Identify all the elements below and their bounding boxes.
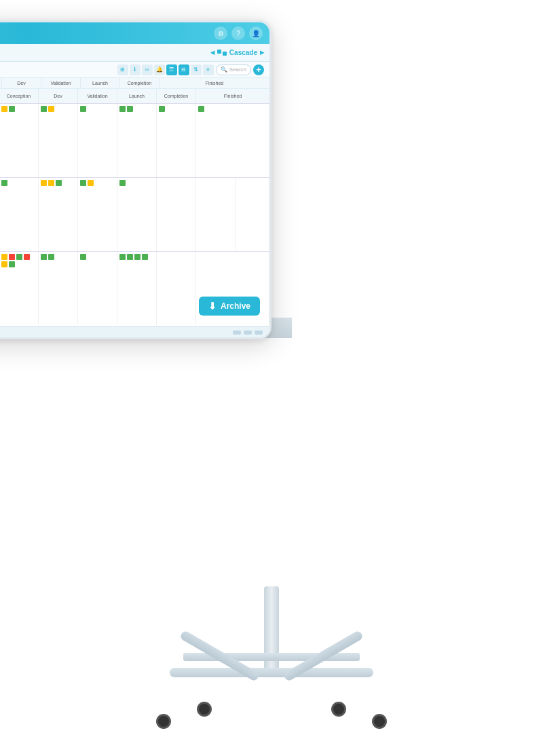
grid-header-validation: Validation [78,89,117,103]
ctrl-dot-3 [255,330,263,335]
view-list-icon[interactable]: ☰ [166,64,177,75]
cell-g1-validation [78,104,117,177]
archive-icon: ⬇ [208,301,217,311]
ticket [41,180,47,186]
wheel-front-right [372,714,387,729]
ticket [159,106,165,112]
view-grid-icon[interactable]: ⊟ [179,64,189,75]
ticket [48,254,54,260]
col-validation: Validation [41,78,81,88]
ticket [56,180,62,186]
board-main: Process Board Back Log ▸ Product Groups … [0,89,269,325]
ticket [41,254,47,260]
ticket [127,254,133,260]
board-grid-area: Product Groups Initiation Definition Con… [0,89,269,325]
ticket [48,180,54,186]
ticket [1,180,7,186]
cell-g1-conception [0,104,39,177]
ticket [134,254,141,260]
toolbar-icons-group: ⊞ ℹ ∞ 🔔 ☰ ⊟ ⇅ ≡ [117,64,214,75]
columns-header: Definition Conception Dev Validation Lau… [0,78,269,89]
grid-header-dev: Dev [39,89,78,103]
bell-icon[interactable]: 🔔 [154,64,165,75]
cell-g1-finished [196,104,269,177]
grid-row-1 [0,104,269,178]
col-launch: Launch [81,78,120,88]
ticket [9,254,15,260]
filter-icon[interactable]: ⇅ [191,64,202,75]
monitor-bottom-bar: valueStreamer [0,326,269,337]
ticket [119,106,126,112]
search-box[interactable]: 🔍 Search [216,64,251,75]
cell-g2-definition [0,178,39,251]
cell-g3-validation [78,252,117,325]
ticket [80,106,86,112]
stage-header: Product Groups Initiation Definition Con… [0,89,269,104]
gear-icon[interactable]: ⚙ [214,26,227,40]
grid-header-finished: Finished [196,89,269,103]
cell-g1-launch [117,104,157,177]
add-button[interactable]: + [253,64,264,75]
ticket [127,106,133,112]
grid-header-completion: Completion [157,89,196,103]
scene: valueStreamer ⚙ ? 👤 ⌂ ◀ Cascade ▶ [0,0,543,756]
wheel-back-right [331,702,346,717]
search-icon: 🔍 [221,67,227,73]
ticket [119,254,126,260]
ticket [9,106,15,112]
stand-pole [264,586,279,675]
app-header: valueStreamer ⚙ ? 👤 [0,22,269,44]
help-icon[interactable]: ? [231,26,245,40]
cell-g1-completion [157,104,196,177]
wheel-back-left [197,702,212,717]
link-icon[interactable]: ∞ [142,64,153,75]
cell-g3-conception [0,252,39,325]
stand-base [143,586,400,736]
cascade-button[interactable]: ◀ Cascade ▶ [210,49,264,56]
col-finished: Finished [160,78,269,88]
cascade-label: Cascade [229,49,257,56]
col-dev: Dev [2,78,41,88]
toolbar: ★ Multi Project (PMO) ⊞ ℹ ∞ 🔔 ☰ ⊟ ⇅ ≡ 🔍 [0,62,269,78]
monitor-controls [233,330,263,335]
ticket [16,254,22,260]
user-icon[interactable]: 👤 [249,26,263,40]
info-icon[interactable]: ℹ [130,64,141,75]
ctrl-dot-2 [244,330,252,335]
stand-crossbar [170,668,373,677]
cell-g2-completion [196,178,236,251]
ticket [1,106,7,112]
ctrl-dot-1 [233,330,241,335]
col-completion: Completion [120,78,160,88]
cell-g2-dev [78,178,117,251]
cell-g1-dev [39,104,78,177]
ticket [41,106,47,112]
cascade-icon [217,50,227,56]
cell-g2-launch [157,178,196,251]
ticket [9,261,15,267]
grid-row-2: 👤 [0,178,269,252]
cell-g2-conception [39,178,78,251]
search-placeholder: Search [229,67,246,73]
cell-g3-completion [157,252,196,325]
ticket [142,254,148,260]
ticket [119,180,126,186]
stage-columns: Definition Conception Dev Validation Lau… [0,78,269,88]
ticket [88,180,94,186]
wheel-front-left [156,714,171,729]
archive-label: Archive [221,301,250,311]
cell-g3-launch [117,252,157,325]
ticket [48,106,54,112]
grid-icon[interactable]: ⊞ [117,64,128,75]
cell-g3-dev [39,252,78,325]
cell-g2-validation [117,178,157,251]
archive-button[interactable]: ⬇ Archive [199,297,260,316]
cell-g2-finished [236,178,269,251]
sort-icon[interactable]: ≡ [203,64,214,75]
ticket [80,254,86,260]
monitor-frame: valueStreamer ⚙ ? 👤 ⌂ ◀ Cascade ▶ [0,20,272,339]
ticket [1,254,7,260]
ticket [1,261,7,267]
ticket [198,106,204,112]
ticket [24,254,30,260]
